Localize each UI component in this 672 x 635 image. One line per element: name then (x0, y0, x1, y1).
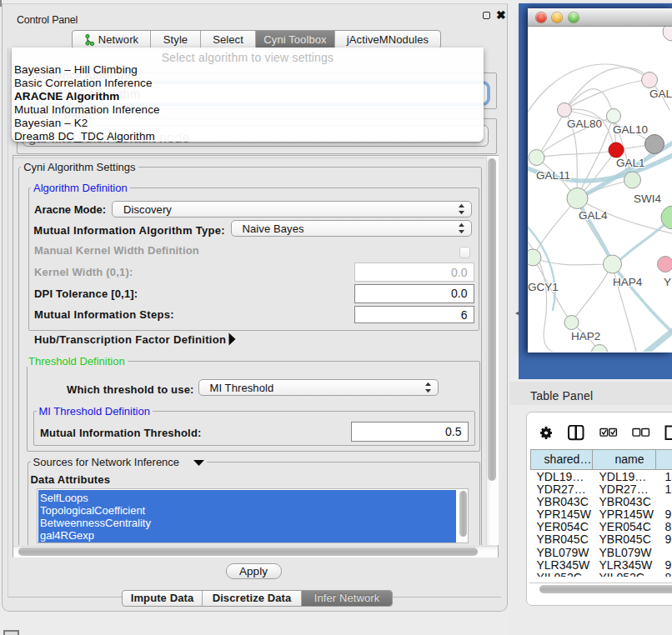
svg-text:GAL10: GAL10 (613, 123, 648, 136)
svg-text:GCY1: GCY1 (528, 281, 559, 293)
svg-text:GAL4: GAL4 (579, 209, 608, 222)
svg-text:SWI4: SWI4 (634, 192, 661, 205)
svg-text:HAP4: HAP4 (613, 276, 643, 288)
svg-text:HAP2: HAP2 (571, 330, 600, 342)
svg-text:GAL1: GAL1 (616, 157, 645, 169)
svg-text:GAL: GAL (649, 88, 672, 100)
svg-text:Y: Y (664, 276, 671, 288)
svg-text:GAL11: GAL11 (536, 169, 570, 182)
svg-text:GAL80: GAL80 (567, 118, 602, 130)
